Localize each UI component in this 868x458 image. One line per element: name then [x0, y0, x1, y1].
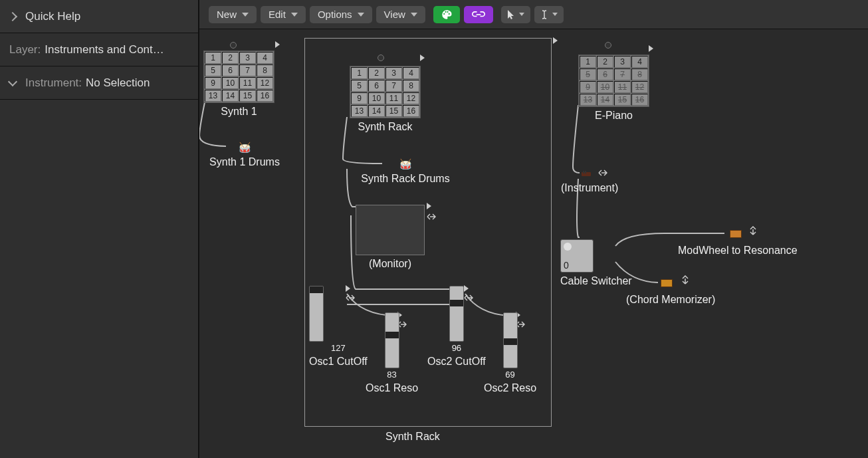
chevron-down-icon	[291, 13, 298, 17]
quick-help-row[interactable]: Quick Help	[0, 0, 198, 33]
fader-track[interactable]	[309, 286, 324, 342]
chevron-down-icon	[411, 13, 417, 17]
channel-cell[interactable]: 11	[385, 92, 402, 104]
channel-cell[interactable]: 1	[205, 52, 221, 64]
port-triangle-icon	[420, 55, 425, 61]
channel-cell[interactable]: 10	[597, 81, 613, 93]
channel-cell[interactable]: 5	[580, 68, 596, 80]
channel-cell[interactable]: 13	[205, 90, 221, 102]
new-menu[interactable]: New	[209, 6, 257, 23]
channel-cell[interactable]: 10	[222, 77, 239, 89]
channel-cell[interactable]: 3	[385, 67, 402, 79]
modwheel-object[interactable]: ModWheel to Resonance	[678, 242, 798, 257]
channel-cell[interactable]: 7	[239, 64, 256, 76]
view-menu[interactable]: View	[376, 6, 425, 23]
instrument-object[interactable]: (Instrument)	[561, 179, 618, 194]
channel-cell[interactable]: 14	[368, 105, 385, 117]
channel-cell[interactable]: 6	[597, 68, 613, 80]
channel-grid[interactable]: 12345678910111213141516	[578, 55, 649, 107]
osc2-reso-fader[interactable]: 69 Osc2 Reso	[484, 312, 536, 394]
channel-cell[interactable]: 2	[368, 67, 385, 79]
fader-cap[interactable]	[385, 332, 399, 338]
port-dot-icon	[605, 42, 611, 49]
channel-cell[interactable]: 8	[631, 68, 648, 80]
link-button[interactable]	[464, 6, 493, 23]
fader-track[interactable]	[385, 312, 399, 368]
channel-cell[interactable]: 12	[631, 81, 648, 93]
channel-cell[interactable]: 15	[614, 94, 631, 106]
channel-cell[interactable]: 9	[580, 81, 596, 93]
synth-rack-drums-object[interactable]: 🥁 Synth Rack Drums	[352, 158, 459, 185]
channel-grid[interactable]: 12345678910111213141516	[203, 51, 274, 103]
channel-cell[interactable]: 4	[631, 56, 648, 68]
fader-cap[interactable]	[310, 286, 323, 293]
cable-switcher-knob[interactable]: 0	[560, 239, 594, 273]
channel-cell[interactable]: 6	[222, 64, 239, 76]
options-menu[interactable]: Options	[310, 6, 372, 23]
color-palette-button[interactable]	[433, 6, 460, 23]
environment-canvas[interactable]: 12345678910111213141516 Synth 1 🥁 Synth …	[199, 29, 868, 458]
channel-cell[interactable]: 1	[351, 67, 368, 79]
channel-cell[interactable]: 5	[351, 80, 368, 92]
synth1-object[interactable]: 12345678910111213141516 Synth 1	[203, 51, 274, 118]
monitor-object[interactable]: (Monitor)	[356, 205, 425, 270]
layer-row[interactable]: Layer: Instruments and Contr…	[0, 33, 198, 66]
channel-cell[interactable]: 4	[257, 52, 273, 64]
channel-cell[interactable]: 13	[580, 94, 596, 106]
channel-cell[interactable]: 1	[580, 56, 596, 68]
channel-cell[interactable]: 15	[239, 90, 256, 102]
channel-cell[interactable]: 8	[257, 64, 273, 76]
osc2-cutoff-fader[interactable]: 96 Osc2 CutOff	[427, 286, 486, 368]
channel-cell[interactable]: 14	[597, 94, 613, 106]
channel-grid[interactable]: 12345678910111213141516	[350, 66, 421, 118]
channel-cell[interactable]: 7	[614, 68, 631, 80]
channel-cell[interactable]: 9	[205, 77, 221, 89]
transformer-icon	[730, 230, 742, 238]
chevron-down-icon	[552, 13, 558, 16]
channel-cell[interactable]: 7	[385, 80, 402, 92]
channel-cell[interactable]: 2	[222, 52, 239, 64]
fader-cap[interactable]	[504, 338, 517, 345]
channel-cell[interactable]: 6	[368, 80, 385, 92]
synth1-drums-object[interactable]: 🥁 Synth 1 Drums	[205, 142, 284, 168]
instrument-row[interactable]: Instrument: No Selection	[0, 66, 198, 100]
channel-cell[interactable]: 16	[403, 105, 419, 117]
chord-memorizer-icon	[661, 279, 673, 287]
osc1-cutoff-fader[interactable]: 127 Osc1 CutOff	[309, 286, 368, 368]
channel-cell[interactable]: 5	[205, 64, 221, 76]
channel-cell[interactable]: 11	[614, 81, 631, 93]
fader-cap[interactable]	[450, 300, 463, 306]
chevron-right-icon	[8, 11, 17, 21]
channel-cell[interactable]: 9	[351, 92, 368, 104]
object-label: (Chord Memorizer)	[626, 294, 715, 306]
channel-cell[interactable]: 2	[597, 56, 613, 68]
channel-cell[interactable]: 16	[257, 90, 273, 102]
object-label: (Monitor)	[356, 258, 425, 270]
channel-cell[interactable]: 12	[403, 92, 419, 104]
fader-track[interactable]	[449, 286, 464, 342]
channel-cell[interactable]: 14	[222, 90, 239, 102]
chevron-down-icon	[358, 13, 364, 17]
channel-cell[interactable]: 11	[239, 77, 256, 89]
edit-menu[interactable]: Edit	[261, 6, 306, 23]
channel-cell[interactable]: 4	[403, 67, 419, 79]
channel-cell[interactable]: 12	[257, 77, 273, 89]
channel-cell[interactable]: 3	[614, 56, 631, 68]
channel-cell[interactable]: 3	[239, 52, 256, 64]
epiano-object[interactable]: 12345678910111213141516 E-Piano	[578, 55, 649, 122]
osc1-reso-fader[interactable]: 83 Osc1 Reso	[366, 312, 418, 394]
fader-track[interactable]	[503, 312, 518, 368]
pointer-tool[interactable]	[501, 6, 530, 23]
channel-cell[interactable]: 16	[631, 94, 648, 106]
channel-cell[interactable]: 13	[351, 105, 368, 117]
object-label: Osc2 Reso	[484, 382, 536, 394]
cable-switcher-object[interactable]: 0 Cable Switcher	[560, 239, 632, 287]
chord-memorizer-object[interactable]: (Chord Memorizer)	[626, 291, 715, 306]
channel-cell[interactable]: 15	[385, 105, 402, 117]
new-menu-label: New	[217, 9, 237, 20]
channel-cell[interactable]: 10	[368, 92, 385, 104]
channel-cell[interactable]: 8	[403, 80, 419, 92]
palette-icon	[441, 9, 453, 21]
text-tool[interactable]	[534, 6, 564, 23]
synth-rack-object[interactable]: 12345678910111213141516 Synth Rack	[350, 66, 421, 133]
